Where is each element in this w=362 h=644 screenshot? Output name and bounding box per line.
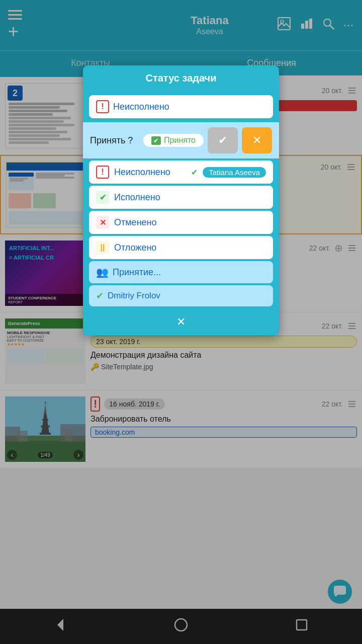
- cancel-btn[interactable]: ✕: [242, 127, 272, 153]
- accepted-pill: ✔ Принято: [143, 134, 204, 147]
- option-ispolneno[interactable]: ✔ Исполнено: [89, 186, 273, 209]
- option-icon-3: ||: [96, 241, 109, 254]
- option-text-1: Исполнено: [114, 192, 160, 203]
- option-check-0: ✔: [191, 168, 198, 177]
- acceptance-label: Принятие...: [113, 267, 161, 278]
- modal-accept-row: Принять ? ✔ Принято ✔ ✕: [83, 122, 279, 158]
- option-otlozheno[interactable]: || Отложено: [89, 236, 273, 259]
- modal-title: Статус задачи: [83, 65, 279, 91]
- acceptance-icon: 👥: [96, 266, 109, 278]
- option-icon-1: ✔: [96, 191, 109, 204]
- modal-box: Статус задачи ! Неисполнено Принять ? ✔ …: [83, 65, 279, 336]
- option-otmeneno[interactable]: ✕ Отменено: [89, 211, 273, 234]
- dmitriy-row[interactable]: ✔ Dmitriy Frolov: [89, 285, 273, 306]
- accept-question: Принять ?: [90, 135, 139, 146]
- option-icon-2: ✕: [96, 216, 109, 229]
- modal-status-btn[interactable]: ! Неисполнено: [89, 95, 273, 118]
- option-neispolneno[interactable]: ! Неисполнено ✔ Tatiana Aseeva: [89, 160, 273, 184]
- option-text-0: Неисполнено: [114, 167, 186, 178]
- dmitriy-check-icon: ✔: [96, 290, 104, 301]
- acceptance-row[interactable]: 👥 Принятие...: [89, 261, 273, 283]
- option-text-3: Отложено: [114, 243, 156, 253]
- option-icon-0: !: [96, 166, 109, 179]
- option-text-2: Отменено: [114, 217, 157, 228]
- status-exclaim-icon: !: [96, 100, 109, 113]
- confirm-btn[interactable]: ✔: [208, 127, 238, 153]
- tatiana-tag: Tatiana Aseeva: [203, 167, 266, 178]
- status-current-text: Неисполнено: [113, 102, 169, 112]
- modal-close-btn[interactable]: ✕: [83, 308, 279, 336]
- dmitriy-label: Dmitriy Frolov: [108, 291, 160, 301]
- modal-overlay[interactable]: Статус задачи ! Неисполнено Принять ? ✔ …: [0, 0, 362, 644]
